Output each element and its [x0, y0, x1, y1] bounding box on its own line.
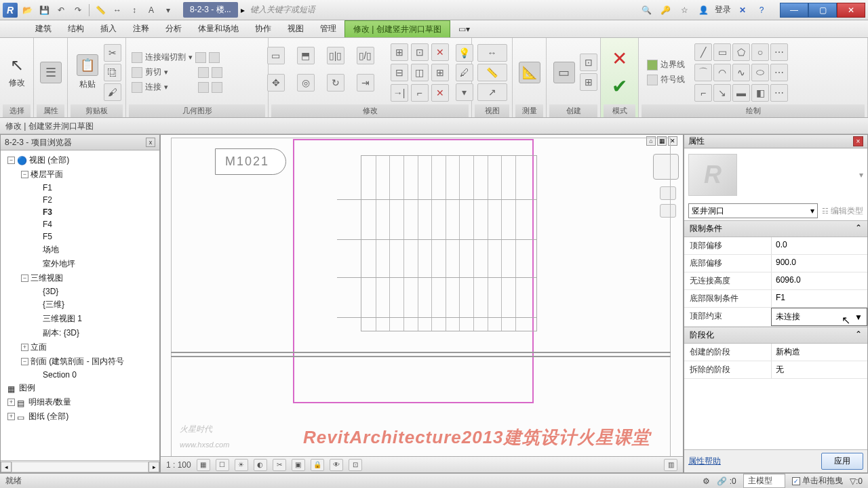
offset-tool[interactable]: ⬒ — [297, 47, 315, 64]
apply-button[interactable]: 应用 — [821, 453, 863, 470]
arc-tool[interactable]: ⌒ — [694, 64, 712, 81]
tree-sheets[interactable]: +▭ 图纸 (全部) — [2, 409, 158, 424]
vscroll-icon[interactable]: ▥ — [664, 459, 677, 471]
menu-massing[interactable]: 体量和场地 — [190, 20, 247, 37]
lock-icon[interactable]: 🔒 — [311, 459, 324, 471]
minimize-button[interactable]: — — [780, 3, 808, 18]
crop-show-icon[interactable]: ▣ — [292, 459, 305, 471]
properties-close-icon[interactable]: × — [853, 136, 863, 146]
properties-header[interactable]: 属性× — [684, 135, 867, 148]
corner-tool[interactable]: ⌐ — [411, 84, 429, 102]
rotate-tool[interactable]: ↻ — [327, 74, 344, 92]
key-icon[interactable]: 🔑 — [658, 3, 673, 18]
split-tool[interactable]: ⊟ — [391, 64, 408, 81]
extend-tool[interactable]: →| — [391, 84, 408, 102]
tree-f1[interactable]: F1 — [2, 182, 158, 194]
tree-site[interactable]: 场地 — [2, 243, 158, 257]
more1[interactable]: ⋯ — [770, 43, 788, 61]
properties-button[interactable]: ☰ — [37, 46, 64, 99]
move-tool[interactable]: ✥ — [267, 74, 285, 92]
thumb-dropdown-icon[interactable]: ▾ — [859, 170, 863, 180]
tree-root[interactable]: −🔵 视图 (全部) — [2, 153, 158, 167]
join-end-cut[interactable]: 连接端切割 ▾ — [129, 51, 265, 64]
menu-insert[interactable]: 插入 — [92, 20, 125, 37]
open-icon[interactable]: 📂 — [20, 3, 35, 18]
cut-icon[interactable]: ✂ — [104, 44, 121, 62]
symbol-line[interactable]: 符号线 — [644, 73, 688, 86]
tree-section[interactable]: − 剖面 (建筑剖面 - 国内符号 — [2, 354, 158, 369]
star-icon[interactable]: ☆ — [677, 3, 692, 18]
properties-help-link[interactable]: 属性帮助 — [688, 455, 721, 467]
tree-f5[interactable]: F5 — [2, 230, 158, 243]
align-icon[interactable]: ↔ — [110, 3, 125, 18]
tree-f3[interactable]: F3 — [2, 206, 158, 218]
close-button[interactable]: ✕ — [837, 3, 865, 18]
poly-tool[interactable]: ⬠ — [732, 43, 750, 61]
gap-tool[interactable]: ⊞ — [431, 64, 449, 81]
boundary-line[interactable]: 边界线 — [644, 58, 688, 71]
filter-icon[interactable]: ▽:0 — [850, 476, 863, 486]
tree-f4[interactable]: F4 — [2, 218, 158, 230]
unpin-tool[interactable]: ✕ — [431, 43, 449, 61]
tree-ground[interactable]: 室外地坪 — [2, 257, 158, 271]
app-icon[interactable]: R — [3, 3, 18, 18]
browser-hscroll[interactable]: ◂▸ — [1, 460, 159, 472]
editable-only-checkbox[interactable]: ✓ — [792, 477, 800, 485]
measure-button[interactable]: 📐 — [515, 46, 543, 99]
tree-floorplans[interactable]: − 楼层平面 — [2, 167, 158, 182]
delete-tool[interactable]: ✕ — [431, 84, 449, 102]
paint-icon[interactable]: 🖊 — [456, 64, 473, 81]
menu-modify[interactable]: 修改 | 创建竖井洞口草图 — [344, 20, 450, 37]
demo-icon[interactable]: ▾ — [456, 83, 473, 101]
constraints-header[interactable]: 限制条件⌃ — [684, 220, 867, 237]
copy-icon[interactable]: ⿻ — [104, 64, 121, 81]
dim-aligned[interactable]: ↔ — [477, 44, 507, 62]
workset-icon[interactable]: ⚙ — [703, 476, 710, 486]
scale-tool[interactable]: ⊡ — [411, 43, 429, 61]
copy-tool[interactable]: ◎ — [297, 74, 315, 92]
assembly-icon[interactable]: ⊞ — [580, 73, 597, 91]
tree-3d-1[interactable]: {3D} — [2, 285, 158, 298]
tree-3d[interactable]: − 三维视图 — [2, 271, 158, 285]
temp-hide-icon[interactable]: 👁 — [330, 459, 343, 471]
match-icon[interactable]: 🖌 — [104, 83, 121, 101]
join-geom[interactable]: 连接 ▾ — [129, 81, 265, 94]
crop-icon[interactable]: ✂ — [273, 459, 286, 471]
binoculars-icon[interactable]: 🔍 — [639, 3, 654, 18]
exchange-icon[interactable]: ✕ — [735, 3, 750, 18]
help-icon[interactable]: ? — [754, 3, 769, 18]
pick-tool[interactable]: ↘ — [713, 84, 731, 102]
mirror-tool[interactable]: ▯|▯ — [327, 47, 344, 64]
sun-path-icon[interactable]: ☀ — [235, 459, 248, 471]
dim-linear[interactable]: 📏 — [477, 64, 507, 81]
user-icon[interactable]: 👤 — [696, 3, 711, 18]
search-hint[interactable]: 键入关键字或短语 — [250, 4, 315, 16]
cancel-mode-button[interactable]: ✕ — [612, 47, 627, 70]
edit-type-button[interactable]: ☷ 编辑类型 — [822, 205, 863, 217]
create-button[interactable]: ▭ — [549, 46, 578, 99]
paste-button[interactable]: 📋粘贴 — [73, 46, 102, 99]
tree-section0[interactable]: Section 0 — [2, 369, 158, 381]
tree-f2[interactable]: F2 — [2, 194, 158, 206]
spline-tool[interactable]: ∿ — [732, 64, 750, 81]
tree-elev[interactable]: + 立面 — [2, 340, 158, 354]
save-icon[interactable]: 💾 — [37, 3, 52, 18]
tree-3d-3[interactable]: 三维视图 1 — [2, 312, 158, 326]
menu-arch[interactable]: 建筑 — [27, 20, 60, 37]
pin-tool[interactable]: ◫ — [411, 64, 429, 81]
dim-angle[interactable]: ↗ — [477, 83, 507, 101]
pick-wall[interactable]: ▬ — [732, 84, 750, 102]
menu-struct[interactable]: 结构 — [60, 20, 92, 37]
text-icon[interactable]: A — [144, 3, 159, 18]
mirror-draw-tool[interactable]: ▯/▯ — [357, 47, 374, 64]
redo-icon[interactable]: ↷ — [71, 3, 85, 18]
browser-header[interactable]: 8-2-3 - 项目浏览器x — [1, 135, 159, 150]
circle-tool[interactable]: ○ — [751, 43, 769, 61]
menu-analyze[interactable]: 分析 — [157, 20, 190, 37]
maximize-button[interactable]: ▢ — [808, 3, 837, 18]
cut-geom[interactable]: 剪切 ▾ — [129, 66, 265, 79]
finish-mode-button[interactable]: ✔ — [612, 75, 627, 98]
tree-schedules[interactable]: +▤ 明细表/数量 — [2, 395, 158, 409]
undo-icon[interactable]: ↶ — [54, 3, 68, 18]
select-tool[interactable]: ↖修改 — [3, 46, 31, 99]
